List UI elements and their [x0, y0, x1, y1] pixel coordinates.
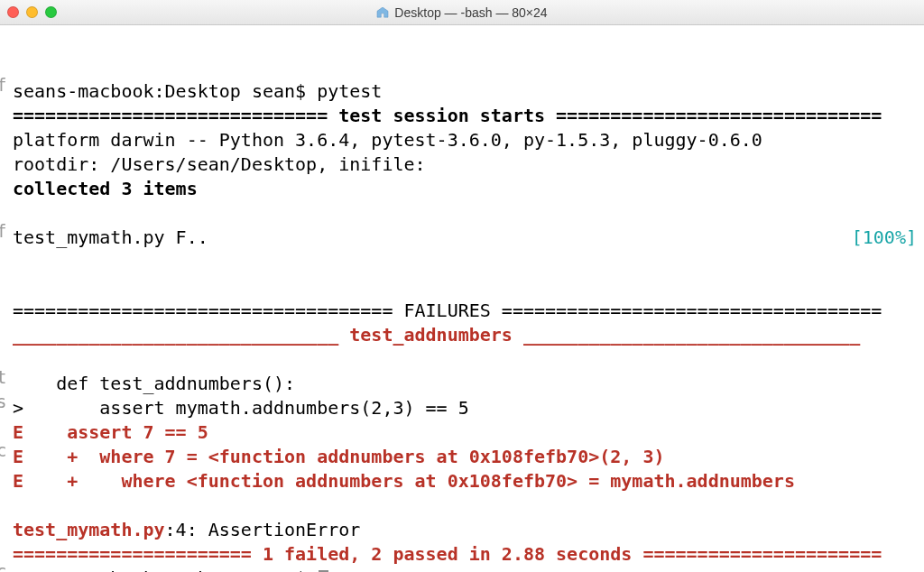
title-bar[interactable]: Desktop — -bash — 80×24 — [0, 0, 924, 25]
prompt-line-2: seans-macbook:Desktop sean$ — [13, 567, 328, 572]
zoom-icon[interactable] — [45, 6, 57, 18]
error-rest: :4: AssertionError — [165, 519, 361, 540]
left-edge-bleed: f f t s c c — [0, 49, 9, 572]
error-line-1: E assert 7 == 5 — [13, 421, 208, 443]
close-icon[interactable] — [7, 6, 19, 18]
failures-banner: =================================== FAIL… — [13, 300, 882, 321]
prompt-line-1: seans-macbook:Desktop sean$ pytest — [13, 80, 382, 102]
platform-line: platform darwin -- Python 3.6.4, pytest-… — [13, 129, 762, 151]
code-def: def test_addnumbers(): — [13, 373, 295, 394]
window-controls — [7, 6, 57, 18]
session-banner: ============================= test sessi… — [13, 105, 882, 126]
rootdir-line: rootdir: /Users/sean/Desktop, inifile: — [13, 153, 426, 175]
code-assert: > assert mymath.addnumbers(2,3) == 5 — [13, 397, 469, 419]
test-progress-row: test_mymath.py F..[100%] — [13, 226, 917, 250]
error-line-3: E + where <function addnumbers at 0x108f… — [13, 470, 795, 492]
window-title: Desktop — -bash — 80×24 — [0, 5, 924, 20]
home-folder-icon — [376, 7, 389, 18]
minimize-icon[interactable] — [26, 6, 38, 18]
test-progress-pct: [100%] — [852, 226, 917, 250]
collected-line: collected 3 items — [13, 178, 198, 199]
error-line-2: E + where 7 = <function addnumbers at 0x… — [13, 446, 664, 467]
error-file: test_mymath.py — [13, 519, 165, 540]
terminal-window: Desktop — -bash — 80×24 f f t s c c sean… — [0, 0, 924, 572]
error-location: test_mymath.py:4: AssertionError — [13, 519, 360, 540]
test-divider: ______________________________ test_addn… — [13, 324, 860, 346]
window-title-text: Desktop — -bash — 80×24 — [394, 5, 547, 20]
prompt-2-text: seans-macbook:Desktop sean$ — [13, 567, 317, 572]
summary-line: ====================== 1 failed, 2 passe… — [13, 543, 882, 565]
test-progress-left: test_mymath.py F.. — [13, 226, 208, 250]
terminal-body[interactable]: f f t s c c seans-macbook:Desktop sean$ … — [0, 25, 924, 572]
